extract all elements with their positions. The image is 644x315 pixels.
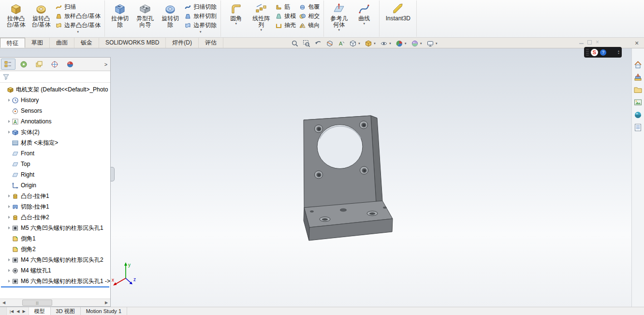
tree-item-cut-extrude1[interactable]: 切除-拉伸1 [0,201,110,212]
tree-item-m5-counterbore[interactable]: M5 六角凹头螺钉的柱形沉头孔1 [0,223,110,233]
swept-cut-button[interactable]: 扫描切除 [183,2,218,12]
featuremanager-tab[interactable] [1,59,15,70]
hole-wizard-button[interactable]: 异型孔向导 [132,1,158,37]
next-tab-arrow-icon[interactable]: ▶ [22,309,25,314]
tab-sheet-metal[interactable]: 钣金 [74,38,99,48]
instant3d-button[interactable]: Instant3D [382,1,414,37]
scrollbar-thumb[interactable]: ||| [22,300,52,306]
draft-button[interactable]: 拔模 [274,12,297,21]
dropdown-caret[interactable]: ▼ [183,30,218,34]
rib-button[interactable]: 筋 [274,2,297,12]
dropdown-caret[interactable]: ▼ [420,42,423,45]
input-method-toolbar[interactable]: S ? ▲▼ [584,47,622,58]
scroll-right-arrow-icon[interactable]: ▶ [102,299,110,306]
dropdown-caret[interactable]: ▼ [404,42,407,45]
appearances-icon[interactable] [633,110,643,120]
restore-icon[interactable] [587,40,592,45]
tree-item-sensors[interactable]: Sensors [0,105,110,116]
expand-arrow[interactable] [6,269,12,272]
close-document-icon[interactable]: × [596,40,599,45]
tree-item-right-plane[interactable]: Right [0,169,110,180]
tab-solidworks-mbd[interactable]: SOLIDWORKS MBD [99,38,166,48]
home-icon[interactable] [633,60,643,69]
extruded-cut-button[interactable]: 拉伸切除 [107,1,132,37]
doc-tab-3d-views[interactable]: 3D 视图 [51,307,81,315]
dropdown-caret[interactable]: ▼ [358,42,361,45]
swept-boss-button[interactable]: 扫描 [54,2,102,12]
tree-item-history[interactable]: History [0,95,110,105]
tree-item-m6-counterbore[interactable]: M6 六角凹头螺钉的柱形沉头孔1 -> [0,276,110,286]
expand-arrow[interactable] [6,258,12,261]
zoom-to-fit-button[interactable] [291,40,299,47]
tree-item-top-plane[interactable]: Top [0,159,110,169]
lofted-boss-button[interactable]: 放样凸台/基体 [54,12,102,21]
tab-features[interactable]: 特征 [0,38,25,48]
ime-logo-badge[interactable]: S [591,49,598,56]
design-library-icon[interactable] [633,73,643,82]
dropdown-caret[interactable]: ▼ [389,42,392,45]
expand-arrow[interactable] [6,131,12,134]
scroll-left-arrow-icon[interactable]: ◀ [0,299,8,306]
annotation-views-button[interactable]: A [337,40,345,47]
tree-item-front-plane[interactable]: Front [0,148,110,159]
dropdown-caret[interactable]: ▼ [363,22,366,26]
dropdown-caret[interactable]: ▼ [373,42,376,45]
mirror-button[interactable]: 镜向 [297,21,321,30]
expand-arrow[interactable] [6,195,12,197]
view-orientation-button[interactable]: ▼ [349,40,361,47]
ime-help-badge[interactable]: ? [600,49,606,56]
hide-show-items-button[interactable]: ▼ [380,40,392,47]
dropdown-caret[interactable]: ▼ [54,30,102,34]
tree-item-chamfer2[interactable]: 倒角2 [0,244,110,255]
reference-geometry-button[interactable]: 参考几何体 ▼ [326,1,351,37]
display-style-button[interactable]: ▼ [365,40,376,47]
model-3d-bracket[interactable] [290,109,401,293]
doc-tab-motion-study[interactable]: Motion Study 1 [81,307,127,315]
intersect-button[interactable]: 相交 [297,12,321,21]
configurationmanager-tab[interactable] [32,59,46,70]
tree-horizontal-scrollbar[interactable]: ◀ ||| ▶ [0,299,110,306]
doc-tab-model[interactable]: 模型 [29,307,51,315]
filter-bar[interactable] [0,71,110,83]
dropdown-caret[interactable]: ▼ [234,22,237,26]
view-palette-icon[interactable] [633,98,643,107]
scrollbar-track[interactable]: ||| [8,299,102,306]
file-explorer-icon[interactable] [633,85,643,94]
linear-pattern-button[interactable]: 线性阵列 ▼ [249,1,274,37]
expand-arrow[interactable] [6,99,12,102]
expand-arrow[interactable] [6,205,12,208]
revolved-cut-button[interactable]: 旋转切除 [158,1,183,37]
boundary-cut-button[interactable]: 边界切除 [183,21,218,30]
revolved-boss-button[interactable]: 旋转凸台/基体 [29,1,54,37]
tab-evaluate[interactable]: 评估 [199,38,223,48]
dropdown-caret[interactable]: ▼ [337,29,340,32]
tree-item-origin[interactable]: Origin [0,180,110,191]
expand-arrow[interactable] [6,226,12,229]
wrap-button[interactable]: 包覆 [297,2,321,12]
tree-root-part[interactable]: 电机支架 (Default<<Default>_Photo [0,84,110,95]
edit-appearance-button[interactable]: ▼ [395,40,407,47]
tree-item-boss-extrude1[interactable]: 凸台-拉伸1 [0,191,110,201]
extruded-boss-button[interactable]: 拉伸凸台/基体 [3,1,29,37]
tab-surfaces[interactable]: 曲面 [50,38,74,48]
boundary-boss-button[interactable]: 边界凸台/基体 [54,21,102,30]
tab-weldments[interactable]: 焊件(D) [166,38,199,48]
expand-arrow[interactable] [6,280,12,283]
zoom-to-area-button[interactable] [303,40,310,47]
propertymanager-tab[interactable] [16,59,31,70]
tree-item-m4-tapped-hole[interactable]: M4 螺纹孔1 [0,265,110,276]
expand-arrow[interactable] [6,216,12,219]
custom-properties-icon[interactable] [633,123,643,132]
tree-item-chamfer1[interactable]: 倒角1 [0,233,110,244]
previous-view-button[interactable] [314,40,322,47]
section-view-button[interactable] [326,40,334,47]
prev-tab-arrow-icon[interactable]: ◀ [16,309,19,314]
displaymanager-tab[interactable] [63,59,77,70]
tree-item-m4-counterbore[interactable]: M4 六角凹头螺钉的柱形沉头孔2 [0,255,110,265]
fillet-button[interactable]: 圆角 ▼ [223,1,249,37]
tree-item-annotations[interactable]: A Annotations [0,116,110,127]
shell-button[interactable]: 抽壳 [274,21,297,30]
minimize-icon[interactable] [579,40,584,44]
tree-item-boss-extrude2[interactable]: 凸台-拉伸2 [0,212,110,223]
curves-button[interactable]: 曲线 ▼ [351,1,377,37]
